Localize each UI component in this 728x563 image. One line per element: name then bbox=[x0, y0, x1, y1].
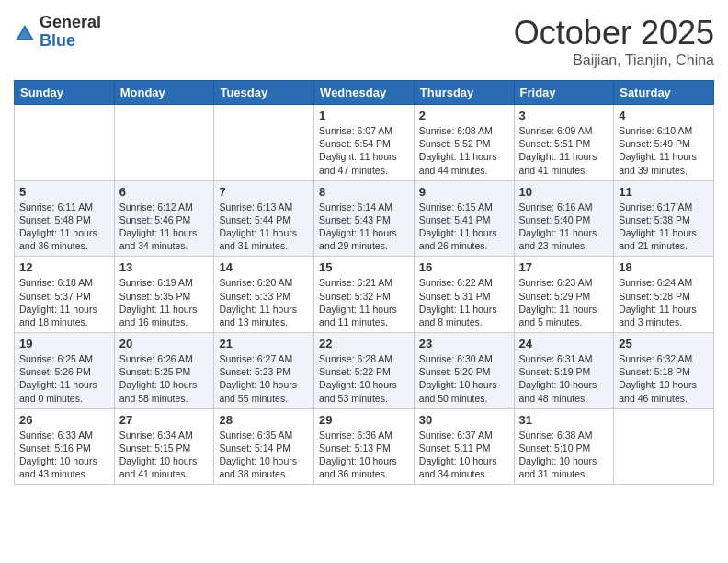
day-number: 12 bbox=[19, 260, 109, 274]
day-info: Sunrise: 6:11 AM Sunset: 5:48 PM Dayligh… bbox=[19, 201, 109, 253]
day-info: Sunrise: 6:13 AM Sunset: 5:44 PM Dayligh… bbox=[219, 201, 309, 253]
day-number: 1 bbox=[319, 109, 409, 122]
day-number: 5 bbox=[19, 185, 109, 199]
day-header-sunday: Sunday bbox=[15, 81, 115, 105]
day-number: 3 bbox=[519, 109, 609, 122]
day-number: 10 bbox=[519, 185, 609, 199]
logo: General Blue bbox=[14, 14, 101, 51]
title-block: October 2025 Baijian, Tianjin, China bbox=[514, 14, 714, 69]
logo-general: General bbox=[40, 14, 101, 32]
calendar-cell: 12Sunrise: 6:18 AM Sunset: 5:37 PM Dayli… bbox=[15, 257, 115, 333]
day-number: 21 bbox=[219, 337, 309, 350]
day-info: Sunrise: 6:31 AM Sunset: 5:19 PM Dayligh… bbox=[519, 352, 609, 405]
day-number: 31 bbox=[519, 413, 609, 427]
day-number: 22 bbox=[319, 337, 409, 350]
calendar-cell: 5Sunrise: 6:11 AM Sunset: 5:48 PM Daylig… bbox=[15, 180, 115, 257]
day-info: Sunrise: 6:20 AM Sunset: 5:33 PM Dayligh… bbox=[219, 276, 309, 328]
calendar-cell: 19Sunrise: 6:25 AM Sunset: 5:26 PM Dayli… bbox=[15, 333, 115, 409]
day-info: Sunrise: 6:12 AM Sunset: 5:46 PM Dayligh… bbox=[119, 201, 210, 253]
day-info: Sunrise: 6:32 AM Sunset: 5:18 PM Dayligh… bbox=[619, 352, 709, 405]
calendar-cell: 24Sunrise: 6:31 AM Sunset: 5:19 PM Dayli… bbox=[514, 333, 614, 409]
day-number: 26 bbox=[19, 413, 109, 427]
day-info: Sunrise: 6:19 AM Sunset: 5:35 PM Dayligh… bbox=[119, 276, 210, 328]
day-number: 17 bbox=[519, 260, 609, 274]
calendar-cell bbox=[15, 105, 115, 181]
day-info: Sunrise: 6:21 AM Sunset: 5:32 PM Dayligh… bbox=[319, 276, 409, 328]
day-info: Sunrise: 6:24 AM Sunset: 5:28 PM Dayligh… bbox=[619, 276, 709, 328]
calendar-cell: 18Sunrise: 6:24 AM Sunset: 5:28 PM Dayli… bbox=[614, 257, 714, 333]
day-number: 18 bbox=[619, 260, 709, 274]
day-info: Sunrise: 6:22 AM Sunset: 5:31 PM Dayligh… bbox=[419, 276, 509, 328]
calendar-table: SundayMondayTuesdayWednesdayThursdayFrid… bbox=[14, 80, 714, 485]
week-row-3: 12Sunrise: 6:18 AM Sunset: 5:37 PM Dayli… bbox=[15, 257, 714, 333]
header: General Blue October 2025 Baijian, Tianj… bbox=[14, 14, 714, 69]
calendar-cell: 28Sunrise: 6:35 AM Sunset: 5:14 PM Dayli… bbox=[214, 408, 314, 485]
calendar-cell: 16Sunrise: 6:22 AM Sunset: 5:31 PM Dayli… bbox=[414, 257, 514, 333]
day-number: 9 bbox=[419, 185, 509, 199]
week-row-2: 5Sunrise: 6:11 AM Sunset: 5:48 PM Daylig… bbox=[15, 180, 714, 257]
calendar-cell: 2Sunrise: 6:08 AM Sunset: 5:52 PM Daylig… bbox=[414, 105, 514, 181]
day-number: 6 bbox=[119, 185, 210, 199]
day-info: Sunrise: 6:25 AM Sunset: 5:26 PM Dayligh… bbox=[19, 352, 109, 405]
calendar-cell: 20Sunrise: 6:26 AM Sunset: 5:25 PM Dayli… bbox=[114, 333, 214, 409]
day-number: 14 bbox=[219, 260, 309, 274]
day-info: Sunrise: 6:26 AM Sunset: 5:25 PM Dayligh… bbox=[119, 352, 210, 405]
day-info: Sunrise: 6:15 AM Sunset: 5:41 PM Dayligh… bbox=[419, 201, 509, 253]
day-info: Sunrise: 6:17 AM Sunset: 5:38 PM Dayligh… bbox=[619, 201, 709, 253]
day-number: 29 bbox=[319, 413, 409, 427]
day-number: 19 bbox=[19, 337, 109, 350]
calendar-cell: 21Sunrise: 6:27 AM Sunset: 5:23 PM Dayli… bbox=[214, 333, 314, 409]
day-info: Sunrise: 6:37 AM Sunset: 5:11 PM Dayligh… bbox=[419, 429, 509, 481]
day-info: Sunrise: 6:35 AM Sunset: 5:14 PM Dayligh… bbox=[219, 429, 309, 481]
calendar-cell: 7Sunrise: 6:13 AM Sunset: 5:44 PM Daylig… bbox=[214, 180, 314, 257]
calendar-cell: 3Sunrise: 6:09 AM Sunset: 5:51 PM Daylig… bbox=[514, 105, 614, 181]
day-info: Sunrise: 6:34 AM Sunset: 5:15 PM Dayligh… bbox=[119, 429, 210, 481]
day-info: Sunrise: 6:33 AM Sunset: 5:16 PM Dayligh… bbox=[19, 429, 109, 481]
header-row: SundayMondayTuesdayWednesdayThursdayFrid… bbox=[15, 81, 714, 105]
logo-blue: Blue bbox=[40, 32, 101, 51]
day-header-friday: Friday bbox=[514, 81, 614, 105]
logo-text: General Blue bbox=[40, 14, 101, 51]
day-number: 27 bbox=[119, 413, 210, 427]
day-header-saturday: Saturday bbox=[614, 81, 714, 105]
day-header-thursday: Thursday bbox=[414, 81, 514, 105]
day-info: Sunrise: 6:23 AM Sunset: 5:29 PM Dayligh… bbox=[519, 276, 609, 328]
logo-icon bbox=[14, 22, 36, 44]
day-info: Sunrise: 6:28 AM Sunset: 5:22 PM Dayligh… bbox=[319, 352, 409, 405]
day-number: 13 bbox=[119, 260, 210, 274]
location-title: Baijian, Tianjin, China bbox=[514, 52, 714, 69]
day-number: 8 bbox=[319, 185, 409, 199]
day-info: Sunrise: 6:07 AM Sunset: 5:54 PM Dayligh… bbox=[319, 124, 409, 177]
day-number: 24 bbox=[519, 337, 609, 350]
calendar-cell: 22Sunrise: 6:28 AM Sunset: 5:22 PM Dayli… bbox=[314, 333, 415, 409]
day-info: Sunrise: 6:38 AM Sunset: 5:10 PM Dayligh… bbox=[519, 429, 609, 481]
calendar-page: General Blue October 2025 Baijian, Tianj… bbox=[0, 0, 728, 499]
day-info: Sunrise: 6:09 AM Sunset: 5:51 PM Dayligh… bbox=[519, 124, 609, 177]
day-number: 7 bbox=[219, 185, 309, 199]
day-info: Sunrise: 6:18 AM Sunset: 5:37 PM Dayligh… bbox=[19, 276, 109, 328]
calendar-cell: 15Sunrise: 6:21 AM Sunset: 5:32 PM Dayli… bbox=[314, 257, 415, 333]
calendar-cell bbox=[214, 105, 314, 181]
day-number: 30 bbox=[419, 413, 509, 427]
day-info: Sunrise: 6:36 AM Sunset: 5:13 PM Dayligh… bbox=[319, 429, 409, 481]
calendar-cell: 6Sunrise: 6:12 AM Sunset: 5:46 PM Daylig… bbox=[114, 180, 214, 257]
day-number: 23 bbox=[419, 337, 509, 350]
calendar-cell: 23Sunrise: 6:30 AM Sunset: 5:20 PM Dayli… bbox=[414, 333, 514, 409]
day-info: Sunrise: 6:08 AM Sunset: 5:52 PM Dayligh… bbox=[419, 124, 509, 177]
day-number: 16 bbox=[419, 260, 509, 274]
calendar-cell: 11Sunrise: 6:17 AM Sunset: 5:38 PM Dayli… bbox=[614, 180, 714, 257]
day-number: 28 bbox=[219, 413, 309, 427]
day-header-wednesday: Wednesday bbox=[314, 81, 415, 105]
day-info: Sunrise: 6:10 AM Sunset: 5:49 PM Dayligh… bbox=[619, 124, 709, 177]
calendar-cell: 17Sunrise: 6:23 AM Sunset: 5:29 PM Dayli… bbox=[514, 257, 614, 333]
calendar-cell: 29Sunrise: 6:36 AM Sunset: 5:13 PM Dayli… bbox=[314, 408, 415, 485]
week-row-1: 1Sunrise: 6:07 AM Sunset: 5:54 PM Daylig… bbox=[15, 105, 714, 181]
day-info: Sunrise: 6:16 AM Sunset: 5:40 PM Dayligh… bbox=[519, 201, 609, 253]
day-number: 11 bbox=[619, 185, 709, 199]
day-number: 2 bbox=[419, 109, 509, 122]
day-info: Sunrise: 6:30 AM Sunset: 5:20 PM Dayligh… bbox=[419, 352, 509, 405]
week-row-5: 26Sunrise: 6:33 AM Sunset: 5:16 PM Dayli… bbox=[15, 408, 714, 485]
calendar-cell: 10Sunrise: 6:16 AM Sunset: 5:40 PM Dayli… bbox=[514, 180, 614, 257]
calendar-cell: 1Sunrise: 6:07 AM Sunset: 5:54 PM Daylig… bbox=[314, 105, 415, 181]
calendar-cell: 30Sunrise: 6:37 AM Sunset: 5:11 PM Dayli… bbox=[414, 408, 514, 485]
